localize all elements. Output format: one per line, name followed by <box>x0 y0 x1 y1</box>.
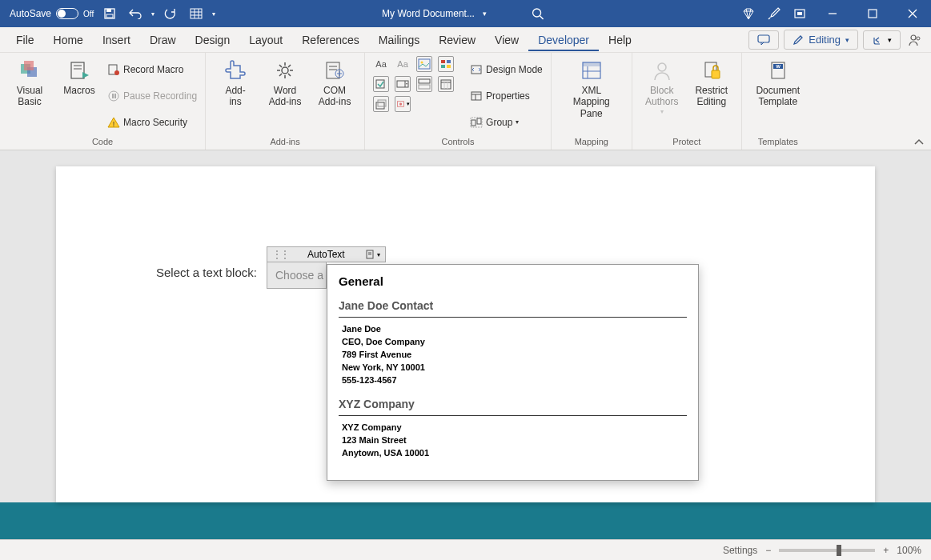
addins-group-label: Add-ins <box>214 135 356 148</box>
zoom-level[interactable]: 100% <box>897 545 921 556</box>
svg-point-69 <box>658 63 666 71</box>
autosave-toggle[interactable]: AutoSave Off <box>10 8 94 19</box>
pause-recording-button: Pause Recording <box>107 89 197 103</box>
block-authors-button[interactable]: Block Authors ▾ <box>640 56 684 135</box>
menu-mailings[interactable]: Mailings <box>369 29 429 51</box>
menu-insert[interactable]: Insert <box>93 29 140 51</box>
svg-rect-42 <box>441 65 445 68</box>
autotext-dropdown-button[interactable]: ▾ <box>364 249 380 260</box>
comments-button[interactable] <box>748 30 779 50</box>
svg-rect-1 <box>106 9 111 12</box>
diamond-icon[interactable] <box>737 2 760 25</box>
toggle-track[interactable] <box>56 8 78 19</box>
user-icon[interactable] <box>905 30 925 50</box>
menu-developer[interactable]: Developer <box>528 29 599 51</box>
rich-text-control-icon[interactable]: Aa <box>373 56 389 72</box>
group-icon <box>470 117 483 128</box>
block-authors-icon <box>649 58 675 83</box>
menu-references[interactable]: References <box>292 29 369 51</box>
svg-rect-21 <box>24 61 34 70</box>
svg-rect-40 <box>441 60 445 63</box>
word-addins-button[interactable]: Word Add-ins <box>263 56 307 135</box>
visual-basic-button[interactable]: Visual Basic <box>8 56 51 135</box>
mapping-group-label: Mapping <box>560 135 624 148</box>
xml-mapping-button[interactable]: XML Mapping Pane <box>560 56 624 135</box>
picture-control-icon[interactable] <box>416 56 432 72</box>
plain-text-control-icon[interactable]: Aa <box>395 56 411 72</box>
settings-label[interactable]: Settings <box>723 545 757 556</box>
date-control-icon[interactable] <box>438 76 454 92</box>
editing-label: Editing <box>809 34 841 46</box>
record-macro-button[interactable]: Record Macro <box>107 62 197 77</box>
zoom-out-button[interactable]: − <box>765 545 771 556</box>
menu-draw[interactable]: Draw <box>140 29 186 51</box>
com-addins-button[interactable]: COM Add-ins <box>313 56 356 135</box>
title-dropdown-icon[interactable]: ▾ <box>483 10 487 18</box>
entry-title-0: Jane Doe Contact <box>339 299 687 312</box>
svg-rect-66 <box>583 62 600 66</box>
menu-layout[interactable]: Layout <box>239 29 292 51</box>
save-icon[interactable] <box>100 4 119 23</box>
svg-point-27 <box>114 70 119 75</box>
menu-view[interactable]: View <box>485 29 528 51</box>
checkbox-control-icon[interactable] <box>373 76 389 92</box>
titlebar-left: AutoSave Off ▾ ▾ <box>0 4 215 23</box>
menu-review[interactable]: Review <box>429 29 485 51</box>
restrict-editing-button[interactable]: Restrict Editing <box>690 56 733 135</box>
redo-icon[interactable] <box>161 4 180 23</box>
table-icon[interactable] <box>187 4 206 23</box>
design-mode-button[interactable]: Design Mode <box>470 63 543 76</box>
svg-rect-43 <box>447 65 451 68</box>
group-button[interactable]: Group ▾ <box>470 116 543 129</box>
close-button[interactable] <box>894 0 931 27</box>
menu-home[interactable]: Home <box>44 29 93 51</box>
dropdown-control-icon[interactable] <box>416 76 432 92</box>
zoom-slider[interactable] <box>779 549 875 552</box>
autotext-entry-1[interactable]: XYZ Company 123 Main Street Anytown, USA… <box>339 415 687 470</box>
com-addins-icon <box>322 58 347 83</box>
ribbon-collapse-button[interactable] <box>913 138 925 146</box>
qat-dropdown[interactable]: ▾ <box>212 10 215 18</box>
undo-dropdown[interactable]: ▾ <box>151 10 154 18</box>
svg-point-39 <box>421 62 423 64</box>
combobox-control-icon[interactable] <box>395 76 411 92</box>
menu-design[interactable]: Design <box>186 29 240 51</box>
app-icon[interactable] <box>789 2 811 25</box>
autotext-tag[interactable]: ⋮⋮ AutoText ▾ <box>267 246 386 262</box>
menu-file[interactable]: File <box>6 29 44 51</box>
minimize-button[interactable] <box>814 0 851 27</box>
document-template-button[interactable]: W Document Template <box>750 56 806 135</box>
share-button[interactable]: ▾ <box>863 30 901 50</box>
select-text-label: Select a text block: <box>156 266 257 279</box>
brush-icon[interactable] <box>763 2 785 25</box>
properties-button[interactable]: Properties <box>470 90 543 102</box>
ribbon-group-templates: W Document Template Templates <box>742 53 814 150</box>
svg-rect-49 <box>419 85 430 89</box>
document-title[interactable]: My Word Document... <box>382 8 475 19</box>
macro-security-button[interactable]: ! Macro Security <box>107 115 197 130</box>
autotext-entry-0[interactable]: Jane Doe CEO, Doe Company 789 First Aven… <box>339 317 687 398</box>
content-control-placeholder[interactable]: Choose a <box>267 262 327 289</box>
svg-point-18 <box>917 37 920 40</box>
addins-button[interactable]: Add- ins <box>214 56 257 135</box>
maximize-button[interactable] <box>854 0 891 27</box>
ribbon-group-addins: Add- ins Word Add-ins COM Add-ins Add-in… <box>206 53 365 150</box>
ribbon-group-controls: Aa Aa ▾ Design Mode Properties <box>365 53 552 150</box>
editing-button[interactable]: Editing ▾ <box>784 30 858 50</box>
templates-group-label: Templates <box>750 135 806 148</box>
design-mode-icon <box>470 64 483 75</box>
legacy-tools-icon[interactable]: ▾ <box>395 96 411 112</box>
autosave-label: AutoSave <box>10 8 51 19</box>
building-block-control-icon[interactable] <box>438 56 454 72</box>
svg-point-57 <box>399 102 402 105</box>
svg-point-17 <box>911 35 916 40</box>
zoom-in-button[interactable]: + <box>883 545 889 556</box>
zoom-thumb[interactable] <box>837 545 841 556</box>
toggle-knob <box>58 10 66 18</box>
macros-button[interactable]: Macros <box>58 56 101 135</box>
undo-icon[interactable] <box>126 4 145 23</box>
repeat-control-icon[interactable] <box>373 96 389 112</box>
menu-help[interactable]: Help <box>599 29 641 51</box>
drag-handle-icon[interactable]: ⋮⋮ <box>272 249 288 260</box>
search-icon[interactable] <box>527 2 549 25</box>
